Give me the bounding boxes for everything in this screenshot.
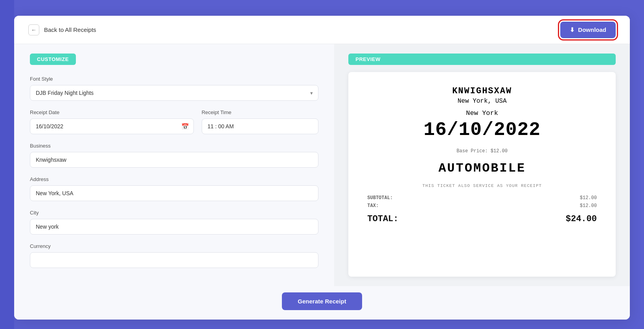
- receipt-business: KNWIGHSXAW: [452, 86, 512, 96]
- receipt-ticket-note: THIS TICKET ALSO SERVICE AS YOUR RECEIPT: [422, 183, 542, 188]
- subtotal-label: SUBTOTAL:: [367, 195, 393, 201]
- calendar-icon: 📅: [181, 123, 189, 130]
- receipt-subtotal-line: SUBTOTAL: $12.00: [367, 195, 597, 201]
- font-style-select-wrapper: DJB Friday Night Lights Arial Courier Ne…: [30, 85, 318, 101]
- generate-receipt-button[interactable]: Generate Receipt: [282, 292, 362, 310]
- receipt-time-input[interactable]: [202, 118, 319, 134]
- left-accent-bar: [0, 0, 14, 329]
- city-label: City: [30, 210, 318, 216]
- total-value: $24.00: [566, 214, 597, 224]
- font-style-group: Font Style DJB Friday Night Lights Arial…: [30, 76, 318, 101]
- header: ← Back to All Receipts ⬇ Download: [14, 16, 630, 44]
- receipt-category: AUTOMOBILE: [438, 161, 526, 176]
- subtotal-value: $12.00: [580, 195, 597, 201]
- receipt-date: 16/10/2022: [423, 119, 541, 140]
- address-input[interactable]: [30, 185, 318, 201]
- total-label: TOTAL:: [367, 214, 398, 224]
- back-label: Back to All Receipts: [44, 26, 96, 33]
- address-group: Address: [30, 176, 318, 201]
- tax-value: $12.00: [580, 203, 597, 209]
- receipt-card: KNWIGHSXAW New York, USA New York 16/10/…: [348, 72, 616, 277]
- back-arrow-icon: ←: [28, 24, 39, 35]
- currency-input[interactable]: [30, 252, 318, 268]
- address-label: Address: [30, 176, 318, 182]
- date-time-row: Receipt Date 📅 Receipt Time: [30, 109, 318, 143]
- receipt-date-label: Receipt Date: [30, 109, 194, 115]
- currency-label: Currency: [30, 243, 318, 249]
- customize-tab[interactable]: CUSTOMIZE: [30, 54, 76, 65]
- font-style-select[interactable]: DJB Friday Night Lights Arial Courier Ne…: [30, 85, 318, 101]
- customize-panel: CUSTOMIZE Font Style DJB Friday Night Li…: [14, 44, 334, 286]
- receipt-date-input[interactable]: [30, 118, 194, 134]
- receipt-time-label: Receipt Time: [202, 109, 319, 115]
- main-content: CUSTOMIZE Font Style DJB Friday Night Li…: [14, 44, 630, 286]
- receipt-address: New York, USA: [458, 98, 507, 105]
- download-icon: ⬇: [570, 26, 575, 33]
- business-group: Business: [30, 143, 318, 168]
- receipt-total-line: TOTAL: $24.00: [367, 214, 597, 224]
- download-button[interactable]: ⬇ Download: [560, 22, 616, 38]
- receipt-base-price: Base Price: $12.00: [456, 148, 508, 154]
- date-input-wrapper: 📅: [30, 118, 194, 134]
- receipt-city: New York: [466, 109, 498, 117]
- back-nav[interactable]: ← Back to All Receipts: [28, 24, 96, 35]
- preview-panel: PREVIEW KNWIGHSXAW New York, USA New Yor…: [334, 44, 630, 286]
- city-group: City: [30, 210, 318, 235]
- business-label: Business: [30, 143, 318, 149]
- currency-group: Currency: [30, 243, 318, 268]
- app-container: ← Back to All Receipts ⬇ Download CUSTOM…: [14, 16, 630, 320]
- business-input[interactable]: [30, 152, 318, 168]
- font-style-label: Font Style: [30, 76, 318, 82]
- receipt-time-group: Receipt Time: [202, 109, 319, 134]
- receipt-tax-line: TAX: $12.00: [367, 203, 597, 209]
- generate-btn-wrapper: Generate Receipt: [14, 286, 630, 320]
- city-input[interactable]: [30, 219, 318, 235]
- receipt-date-group: Receipt Date 📅: [30, 109, 194, 134]
- tax-label: TAX:: [367, 203, 379, 209]
- preview-tab[interactable]: PREVIEW: [348, 54, 616, 65]
